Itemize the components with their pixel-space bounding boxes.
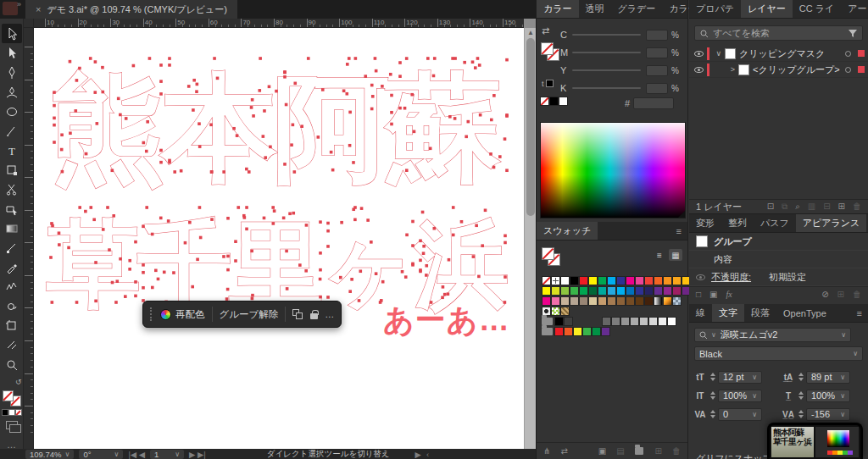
tab-character-1[interactable]: 文字 [712,304,744,322]
swatch[interactable] [616,276,626,285]
vertical-scrollbar[interactable]: ▲ [524,28,536,449]
swatches-fill-stroke[interactable] [542,247,560,266]
swatch[interactable] [564,327,573,336]
leading-value[interactable]: 89 pt [811,372,832,382]
swatch[interactable] [542,286,551,296]
expand-icon[interactable]: ∨ [713,49,721,58]
tab-layers-2[interactable]: CC ライ [793,0,841,18]
tab-swatches-0[interactable]: スウォッチ [537,222,598,240]
scrollbar-thumb[interactable] [526,38,535,216]
libraries-icon[interactable]: ⋔ [543,446,550,456]
swatch[interactable] [663,276,672,285]
visibility-eye-icon[interactable] [694,51,704,57]
swatch[interactable] [573,327,582,336]
swatch[interactable] [542,276,551,285]
swatch[interactable] [602,317,611,326]
direct-selection-tool[interactable] [2,43,22,63]
channel-value-input[interactable] [646,30,668,41]
hex-input[interactable] [633,97,674,109]
swatch[interactable] [667,317,676,326]
appearance-row[interactable]: 不透明度:初期設定 [689,268,868,286]
new-fill-icon[interactable]: ▣ [709,290,717,299]
leading-stepper[interactable] [798,373,804,381]
tab-appearance-3[interactable]: アピアランス [796,214,867,232]
blend-tool[interactable] [2,238,22,257]
swatch[interactable] [644,276,654,285]
shape-builder-tool[interactable] [2,199,22,218]
swatch[interactable] [672,276,682,285]
clear-appearance-icon[interactable]: ⊘ [821,290,828,299]
gradient-tool[interactable] [2,218,22,238]
swatch[interactable] [644,296,654,306]
swatch[interactable] [598,296,607,306]
swatch[interactable] [630,317,639,326]
tab-character-menu-icon[interactable]: ≡ [851,304,868,322]
visibility-eye-icon[interactable] [696,274,705,280]
swatch[interactable] [654,286,663,296]
selection-tool[interactable] [2,24,22,43]
channel-value-input[interactable] [646,83,668,94]
canvas-area[interactable]: 102030405060708090100110120130140150 203… [24,19,536,449]
swatch[interactable] [654,276,663,285]
channel-value-input[interactable] [646,47,668,58]
fill-chip[interactable] [541,42,554,55]
swatch[interactable] [551,307,560,316]
channel-slider[interactable] [572,87,641,89]
swatch[interactable] [598,276,607,285]
zoom-tool[interactable] [2,355,22,374]
layer-row[interactable]: ∨クリッピングマスク [689,46,868,62]
close-tab-icon[interactable]: × [36,4,41,14]
tab-appearance-1[interactable]: 整列 [721,214,754,232]
swatch[interactable] [570,296,579,306]
swatch[interactable] [626,286,635,296]
recolor-button[interactable]: 再配色 [160,308,205,321]
cycle-colors-icon[interactable]: ⇄ [542,25,549,36]
first-artboard-icon[interactable]: |◀ ◀ [128,450,145,459]
pen-tool[interactable] [2,63,22,82]
swatch[interactable] [570,276,579,285]
swatch[interactable] [554,317,564,326]
new-swatch-icon[interactable]: ⊞ [655,446,662,456]
channel-slider[interactable] [572,69,641,71]
duplicate-icon[interactable] [292,309,303,319]
swatch-options-icon[interactable]: ▤ [616,446,624,456]
scroll-up-icon[interactable]: ▲ [527,29,534,36]
target-circle-icon[interactable] [845,67,851,73]
swatch[interactable] [672,296,682,306]
vertical-scale-stepper[interactable] [710,391,715,400]
kerning-stepper[interactable] [710,410,715,418]
lock-icon[interactable] [310,313,318,319]
new-layer-icon[interactable]: ⊞ [838,202,845,212]
swatch[interactable] [598,286,607,296]
symbol-tool[interactable] [2,296,22,316]
appearance-row[interactable]: グループ [689,233,868,251]
list-view-icon[interactable]: ≡ [653,249,666,261]
swatch[interactable] [551,276,560,285]
swatch[interactable] [588,276,598,285]
swatch[interactable] [635,286,644,296]
vertical-scale-value[interactable]: 100% [723,390,747,401]
tab-color-1[interactable]: 透明 [579,0,611,18]
kerning-value[interactable]: 0 [723,409,728,419]
swatch-group-folder-icon[interactable] [542,318,553,325]
swatch[interactable] [663,296,672,306]
tab-layers-3[interactable]: アートボ [841,0,868,18]
swatch[interactable] [601,327,610,336]
locate-object-icon[interactable]: ⌕ [795,202,800,212]
swatch-group-folder-icon[interactable] [542,328,553,335]
swatch[interactable] [551,296,560,306]
tracking-stepper[interactable] [798,410,804,418]
font-size-value[interactable]: 12 pt [723,372,743,382]
ungroup-button[interactable]: グループ解除 [220,308,279,321]
swatch[interactable] [648,317,658,326]
swatch[interactable] [564,317,573,326]
swatch[interactable] [592,327,601,336]
tab-swatches-menu-icon[interactable]: ≡ [670,222,687,240]
more-options-icon[interactable]: … [325,309,334,319]
swatch[interactable] [654,296,663,306]
zoom-level-select[interactable]: 109.74%∨ [25,450,74,459]
appearance-row[interactable]: 内容 [689,251,868,268]
paintbrush-tool[interactable] [2,121,22,141]
artboard-nav-select[interactable]: 1∨ [150,450,184,459]
layer-name[interactable]: クリッピングマスク [739,47,825,60]
